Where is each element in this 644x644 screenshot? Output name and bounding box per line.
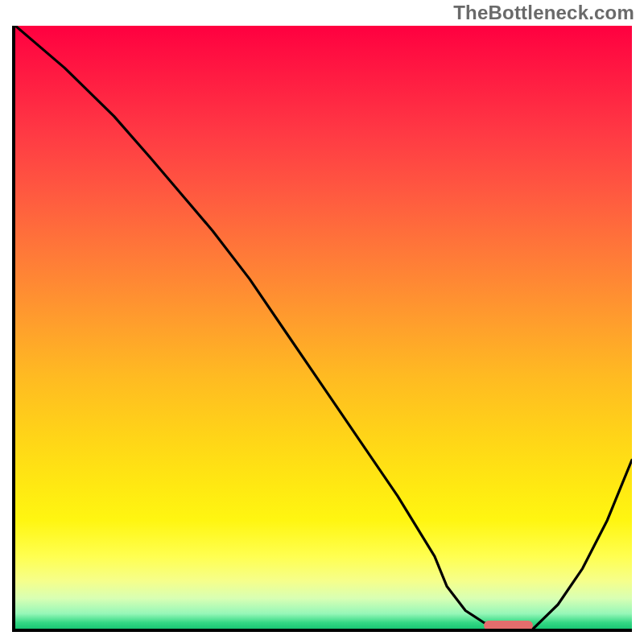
watermark-text: TheBottleneck.com: [453, 2, 634, 24]
bottleneck-curve: [15, 26, 632, 629]
plot-area: [12, 26, 632, 632]
chart-frame: TheBottleneck.com: [0, 0, 644, 644]
optimal-range-marker: [484, 621, 533, 630]
